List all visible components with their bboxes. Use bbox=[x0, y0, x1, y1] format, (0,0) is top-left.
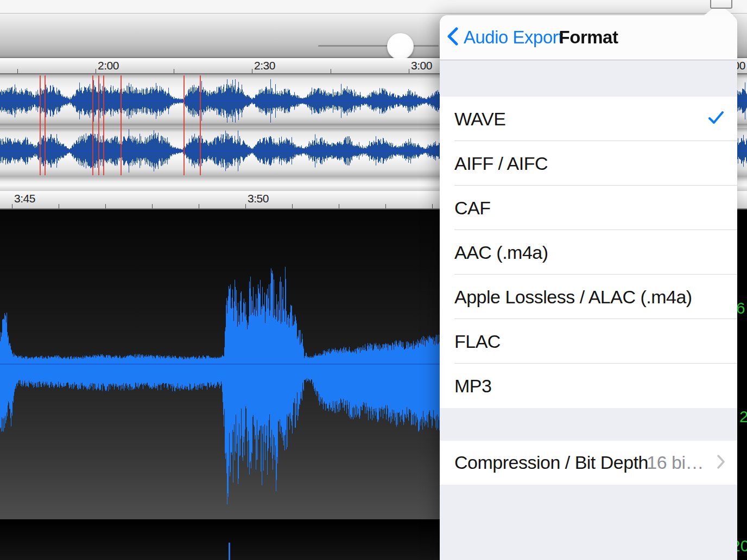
ruler-tick bbox=[432, 204, 433, 208]
ruler-tick bbox=[59, 204, 59, 208]
ruler-tick bbox=[199, 204, 199, 208]
green-readout: 6 bbox=[736, 299, 745, 317]
ruler-tick bbox=[339, 204, 339, 208]
red-marker bbox=[45, 75, 46, 175]
status-bar bbox=[0, 0, 747, 14]
ruler-label: 3:50 bbox=[248, 192, 269, 205]
popover-title: Format bbox=[559, 27, 618, 48]
format-list: WAVE AIFF / AIFC CAF AAC (.m4a) bbox=[440, 97, 737, 408]
ruler-tick bbox=[385, 204, 386, 208]
zoom-slider-track[interactable] bbox=[318, 45, 439, 47]
format-option-label: AAC (.m4a) bbox=[454, 242, 548, 263]
ruler-tick bbox=[331, 69, 331, 73]
format-option-wave[interactable]: WAVE bbox=[440, 97, 737, 141]
ruler-tick bbox=[409, 69, 409, 73]
format-option-mp3[interactable]: MP3 bbox=[440, 364, 737, 408]
ruler-tick bbox=[96, 69, 96, 73]
zoomed-channel2-waveform-spike bbox=[229, 543, 230, 560]
compression-bit-depth-label: Compression / Bit Depth bbox=[454, 452, 648, 473]
format-option-aiff[interactable]: AIFF / AIFC bbox=[440, 141, 737, 186]
ruler-tick bbox=[105, 204, 106, 208]
red-marker bbox=[92, 75, 93, 175]
toolbar-anchor-button[interactable] bbox=[710, 0, 732, 9]
red-marker bbox=[200, 75, 201, 175]
format-option-caf[interactable]: CAF bbox=[440, 186, 737, 230]
app-screen: 2:002:303:003:304:00 3:453:503:55 6220 A… bbox=[0, 0, 747, 560]
compression-bit-depth-row[interactable]: Compression / Bit Depth 16 bi… bbox=[440, 441, 737, 485]
ruler-tick bbox=[245, 204, 246, 208]
ruler-tick bbox=[12, 204, 12, 208]
back-button-label: Audio Export bbox=[464, 27, 563, 48]
ruler-tick bbox=[174, 69, 174, 73]
compression-bit-depth-value: 16 bi… bbox=[647, 452, 704, 473]
back-button[interactable]: Audio Export bbox=[446, 15, 563, 60]
format-option-aac[interactable]: AAC (.m4a) bbox=[440, 230, 737, 275]
red-marker bbox=[121, 75, 122, 175]
ruler-label: 2:30 bbox=[254, 59, 275, 72]
ruler-label: 2:00 bbox=[98, 59, 119, 72]
format-option-label: WAVE bbox=[454, 109, 505, 130]
ruler-tick bbox=[152, 204, 153, 208]
checkmark-icon bbox=[708, 111, 724, 127]
zoom-slider-thumb[interactable] bbox=[387, 33, 414, 60]
red-marker bbox=[40, 75, 41, 175]
format-option-label: Apple Lossless / ALAC (.m4a) bbox=[454, 287, 692, 308]
format-popover: Audio Export Format WAVE AIFF / AIFC CAF bbox=[440, 15, 737, 560]
format-option-flac[interactable]: FLAC bbox=[440, 319, 737, 364]
green-readout: 2 bbox=[739, 408, 747, 426]
ruler-tick bbox=[252, 69, 252, 73]
red-marker bbox=[103, 75, 104, 175]
format-option-label: AIFF / AIFC bbox=[454, 153, 548, 174]
disclosure-chevron-icon bbox=[717, 454, 725, 472]
red-marker bbox=[183, 75, 185, 175]
ruler-label: 3:45 bbox=[14, 192, 35, 205]
format-option-label: MP3 bbox=[454, 376, 491, 397]
format-option-alac[interactable]: Apple Lossless / ALAC (.m4a) bbox=[440, 275, 737, 319]
back-chevron-icon bbox=[446, 27, 459, 48]
ruler-tick bbox=[292, 204, 293, 208]
format-option-label: FLAC bbox=[454, 331, 501, 352]
ruler-label: 3:00 bbox=[411, 59, 432, 72]
ruler-tick bbox=[17, 69, 18, 73]
popover-header: Audio Export Format bbox=[440, 15, 737, 60]
red-marker bbox=[98, 75, 99, 175]
format-option-label: CAF bbox=[454, 198, 491, 219]
